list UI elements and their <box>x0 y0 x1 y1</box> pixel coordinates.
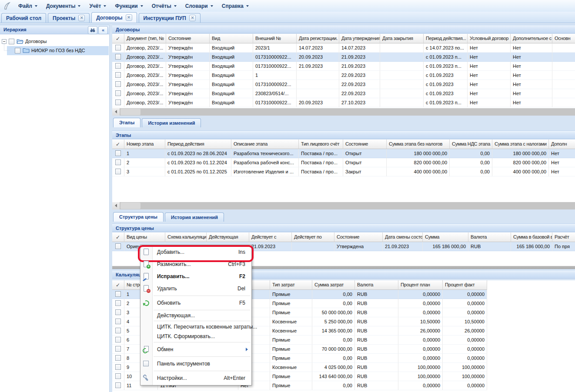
column-header[interactable]: Дата утверждения <box>339 34 380 43</box>
column-header[interactable]: Вид <box>210 34 253 43</box>
table-row[interactable]: Договор, 2023/...УтверждёнВходящий2023/1… <box>112 43 575 53</box>
table-row[interactable]: Договор, 2023/...УтверждёнВходящий230823… <box>112 89 575 98</box>
row-checkbox[interactable] <box>115 346 121 352</box>
column-header[interactable]: Описание этапа <box>231 140 299 149</box>
section-tab[interactable]: Этапы <box>113 118 140 127</box>
column-header[interactable]: Дата закрытия <box>380 34 424 43</box>
column-header[interactable]: Тип лицевого счёт <box>299 140 343 149</box>
row-checkbox[interactable] <box>115 328 121 333</box>
context-menu-item[interactable]: Добавить... Ins <box>140 246 251 258</box>
scroll-thumb[interactable] <box>120 109 140 115</box>
row-checkbox[interactable] <box>115 382 121 388</box>
column-header[interactable]: Сумма <box>423 233 468 242</box>
row-checkbox[interactable] <box>115 150 121 156</box>
context-menu-item[interactable]: ЦИТК. Сформировать... <box>140 332 251 341</box>
column-header[interactable]: Процент план <box>398 280 443 290</box>
table-row[interactable]: 2с 01.09.2023 по 01.12.2024Разработка ра… <box>112 158 575 167</box>
row-checkbox[interactable] <box>115 364 121 370</box>
tree-node-child[interactable]: НИОКР по ГОЗ без НДС <box>0 46 109 55</box>
column-header[interactable]: Период действия... <box>424 34 468 43</box>
scroll-left-button[interactable] <box>112 108 120 116</box>
column-header[interactable]: Сумма этапа с налогами <box>492 140 549 149</box>
tree-collapse-icon[interactable] <box>2 39 7 44</box>
table-row[interactable]: 3с 01.01.2025 по 01.12.2025Изготовление … <box>112 167 575 176</box>
column-header[interactable]: Условный договор <box>468 34 511 43</box>
scroll-thumb[interactable] <box>120 203 140 209</box>
column-header[interactable]: Состояние <box>334 233 383 242</box>
select-all-header[interactable]: ✓ <box>112 140 124 149</box>
column-header[interactable]: Состояние <box>343 140 387 149</box>
tab-close-icon[interactable]: ✕ <box>126 14 132 21</box>
table-row[interactable]: Договор, 2023/...УтверждёнВходящий017310… <box>112 98 575 107</box>
column-header[interactable]: Дополн <box>549 140 575 149</box>
main-tab[interactable]: Договоры ✕ <box>91 12 137 23</box>
tab-close-icon[interactable]: ✕ <box>189 15 196 21</box>
column-header[interactable]: Внешний № <box>253 34 297 43</box>
context-menu-item[interactable]: ЦИТК. Пересчитать косвенные затраты... <box>140 322 251 332</box>
menu-item[interactable]: Словари <box>181 0 217 12</box>
row-checkbox[interactable] <box>115 72 121 78</box>
row-checkbox[interactable] <box>115 373 121 379</box>
menu-item[interactable]: Отчёты <box>147 0 181 12</box>
column-header[interactable]: Дата смены состоя <box>383 233 423 242</box>
row-checkbox[interactable] <box>115 319 121 324</box>
column-header[interactable]: Действующая <box>207 233 249 242</box>
hierarchy-search-button[interactable] <box>88 26 97 34</box>
menu-item[interactable]: Учёт <box>85 0 110 12</box>
row-checkbox[interactable] <box>115 63 121 69</box>
select-all-header[interactable]: ✓ <box>112 34 124 43</box>
column-header[interactable]: Схема калькуляци <box>165 233 207 242</box>
row-checkbox[interactable] <box>115 300 121 306</box>
context-menu-item[interactable]: Действующая... <box>140 311 251 320</box>
select-all-header[interactable]: ✓ <box>112 280 124 290</box>
menu-item[interactable]: Функции <box>110 0 147 12</box>
column-header[interactable]: Тип затрат <box>270 280 312 290</box>
column-header[interactable]: Дополнительное с <box>511 34 552 43</box>
row-checkbox[interactable] <box>115 100 121 105</box>
menu-item[interactable]: Справка <box>217 0 253 12</box>
table-row[interactable]: Договор, 2023/...УтверждёнВходящий122.09… <box>112 71 575 80</box>
column-header[interactable]: Документ (тип, № <box>124 34 166 43</box>
tab-close-icon[interactable]: ✕ <box>78 15 85 21</box>
column-header[interactable]: Расчёт <box>552 233 575 242</box>
context-menu-item[interactable]: Размножить... Ctrl+F3 <box>140 258 251 270</box>
tree-node-root[interactable]: Договоры <box>0 37 109 46</box>
column-header[interactable]: Вид цены <box>124 233 165 242</box>
collapse-panel-button[interactable]: « <box>98 26 108 34</box>
section-tab[interactable]: История изменений <box>142 118 201 127</box>
column-header[interactable]: Дата регистрации. <box>297 34 339 43</box>
column-header[interactable]: Сумма НДС этапа <box>450 140 492 149</box>
column-header[interactable]: Валюта <box>355 280 398 290</box>
column-header[interactable]: Сумма в базовой в <box>511 233 552 242</box>
row-checkbox[interactable] <box>115 309 121 315</box>
column-header[interactable]: Валюта <box>468 233 511 242</box>
column-header[interactable]: Действует с <box>249 233 292 242</box>
row-checkbox[interactable] <box>115 243 121 249</box>
row-checkbox[interactable] <box>115 355 121 361</box>
context-menu-item[interactable]: Обновить F5 <box>140 297 251 309</box>
stages-hscrollbar[interactable] <box>112 202 575 209</box>
row-checkbox[interactable] <box>115 90 121 96</box>
table-row[interactable]: Договор, 2023/...УтверждёнВходящий017310… <box>112 53 575 62</box>
row-checkbox[interactable] <box>115 169 121 174</box>
row-checkbox[interactable] <box>115 45 121 50</box>
column-header[interactable]: Номер этапа <box>124 140 165 149</box>
column-header[interactable]: Состояние <box>166 34 210 43</box>
table-row[interactable]: Договор, 2023/...УтверждёнВходящий017310… <box>112 80 575 89</box>
tree-node-checkbox[interactable] <box>15 48 20 53</box>
column-header[interactable]: Действует по <box>292 233 334 242</box>
context-menu-item[interactable]: Удалить Del <box>140 282 251 295</box>
context-menu-item[interactable]: Настройки... Alt+Enter <box>140 372 251 384</box>
row-checkbox[interactable] <box>115 337 121 342</box>
select-all-header[interactable]: ✓ <box>112 233 124 242</box>
row-checkbox[interactable] <box>115 291 121 297</box>
column-header[interactable]: Сумма затрат <box>312 280 355 290</box>
main-tab[interactable]: Проекты ✕ <box>48 13 90 23</box>
main-tab[interactable]: Инструкции ПУП ✕ <box>139 13 201 23</box>
column-header[interactable]: Период действия <box>165 140 231 149</box>
row-checkbox[interactable] <box>115 159 121 165</box>
column-header[interactable]: Основн <box>552 34 575 43</box>
menu-item[interactable]: Документы <box>42 0 85 12</box>
main-tab[interactable]: Рабочий стол <box>1 13 46 23</box>
column-header[interactable]: Процент факт <box>443 280 487 290</box>
